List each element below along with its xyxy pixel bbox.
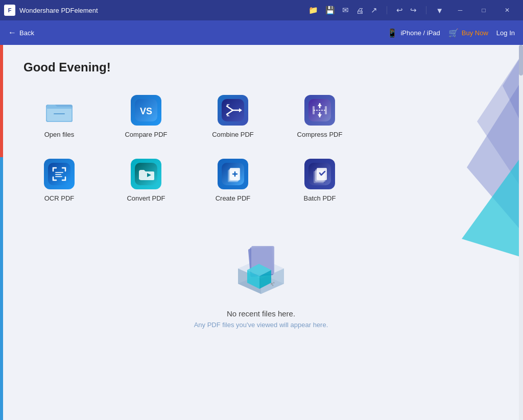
share-icon[interactable]: ↗ bbox=[371, 6, 377, 15]
buy-now-button[interactable]: 🛒 Buy Now bbox=[448, 28, 488, 38]
create-pdf-label: Create PDF bbox=[216, 194, 251, 202]
svg-rect-19 bbox=[325, 106, 327, 114]
svg-point-41 bbox=[272, 285, 274, 286]
toolbar-icons: 📁 💾 ✉ 🖨 ↗ ↩ ↪ ▼ bbox=[308, 6, 443, 15]
combine-pdf-label: Combine PDF bbox=[212, 131, 254, 138]
nav-right: 📱 iPhone / iPad 🛒 Buy Now Log In bbox=[387, 28, 515, 38]
back-button[interactable]: ← Back bbox=[8, 28, 34, 37]
ipad-icon: 📱 bbox=[387, 28, 397, 38]
compress-pdf-icon bbox=[304, 95, 335, 126]
maximize-button[interactable]: □ bbox=[472, 0, 495, 20]
greeting: Good Evening! bbox=[23, 60, 498, 75]
login-label: Log In bbox=[496, 29, 515, 37]
convert-pdf-button[interactable]: Convert PDF bbox=[110, 154, 182, 207]
compress-pdf-label: Compress PDF bbox=[297, 131, 343, 138]
ocr-pdf-label: OCR PDF bbox=[44, 194, 75, 202]
main-content: Good Evening! Open files bbox=[0, 45, 523, 420]
app-title: Wondershare PDFelement bbox=[19, 7, 308, 14]
compare-pdf-icon: VS bbox=[131, 95, 161, 126]
buy-now-label: Buy Now bbox=[462, 29, 488, 37]
ocr-pdf-icon bbox=[44, 159, 75, 189]
back-arrow-icon: ← bbox=[8, 28, 16, 37]
convert-pdf-icon bbox=[131, 159, 161, 189]
create-pdf-icon bbox=[218, 159, 248, 189]
close-button[interactable]: ✕ bbox=[495, 0, 519, 20]
svg-rect-21 bbox=[55, 172, 63, 173]
iphone-ipad-label: iPhone / iPad bbox=[400, 29, 440, 37]
scroll-area[interactable]: Good Evening! Open files bbox=[3, 45, 519, 420]
batch-pdf-label: Batch PDF bbox=[304, 194, 336, 202]
empty-main-text: No recent files here. bbox=[227, 309, 295, 318]
separator bbox=[387, 6, 387, 14]
mail-icon[interactable]: ✉ bbox=[342, 6, 349, 15]
compare-pdf-button[interactable]: VS Compare PDF bbox=[110, 90, 182, 143]
svg-point-39 bbox=[271, 283, 273, 285]
scrollbar-thumb[interactable] bbox=[519, 45, 523, 76]
cart-icon: 🛒 bbox=[448, 28, 459, 38]
download-icon[interactable]: ▼ bbox=[436, 6, 443, 15]
svg-text:VS: VS bbox=[140, 106, 152, 116]
svg-rect-22 bbox=[55, 174, 61, 175]
batch-pdf-button[interactable]: Batch PDF bbox=[284, 154, 355, 207]
login-button[interactable]: Log In bbox=[496, 29, 515, 37]
title-bar: F Wondershare PDFelement 📁 💾 ✉ 🖨 ↗ ↩ ↪ ▼… bbox=[0, 0, 523, 20]
nav-bar: ← Back 📱 iPhone / iPad 🛒 Buy Now Log In bbox=[0, 20, 523, 45]
svg-rect-18 bbox=[313, 106, 315, 114]
iphone-ipad-button[interactable]: 📱 iPhone / iPad bbox=[387, 28, 440, 38]
convert-pdf-label: Convert PDF bbox=[127, 194, 165, 202]
minimize-button[interactable]: ─ bbox=[448, 0, 472, 20]
create-pdf-button[interactable]: Create PDF bbox=[197, 154, 269, 207]
compare-pdf-label: Compare PDF bbox=[125, 131, 167, 138]
open-files-button[interactable]: Open files bbox=[23, 90, 95, 143]
compress-pdf-button[interactable]: Compress PDF bbox=[284, 90, 355, 143]
app-logo: F bbox=[4, 5, 15, 16]
empty-illustration bbox=[228, 238, 294, 299]
redo-icon[interactable]: ↪ bbox=[410, 6, 417, 15]
open-files-label: Open files bbox=[44, 131, 75, 138]
empty-sub-text: Any PDF files you've viewed will appear … bbox=[194, 321, 328, 329]
svg-point-40 bbox=[273, 282, 275, 284]
scrollbar[interactable] bbox=[519, 45, 523, 420]
tool-grid: Open files VS Compare PDF bbox=[23, 90, 498, 207]
combine-pdf-button[interactable]: Combine PDF bbox=[197, 90, 269, 143]
save-icon[interactable]: 💾 bbox=[325, 6, 335, 15]
batch-pdf-icon bbox=[304, 159, 335, 189]
combine-pdf-icon bbox=[218, 95, 248, 126]
folder-icon[interactable]: 📁 bbox=[308, 6, 318, 15]
svg-rect-23 bbox=[55, 176, 62, 177]
undo-icon[interactable]: ↩ bbox=[396, 6, 403, 15]
back-label: Back bbox=[19, 29, 34, 37]
window-controls: ─ □ ✕ bbox=[448, 0, 519, 20]
ocr-pdf-button[interactable]: OCR PDF bbox=[23, 154, 95, 207]
open-files-icon bbox=[44, 95, 75, 126]
separator2 bbox=[426, 6, 426, 14]
print-icon[interactable]: 🖨 bbox=[356, 6, 364, 15]
empty-state: No recent files here. Any PDF files you'… bbox=[23, 238, 498, 329]
